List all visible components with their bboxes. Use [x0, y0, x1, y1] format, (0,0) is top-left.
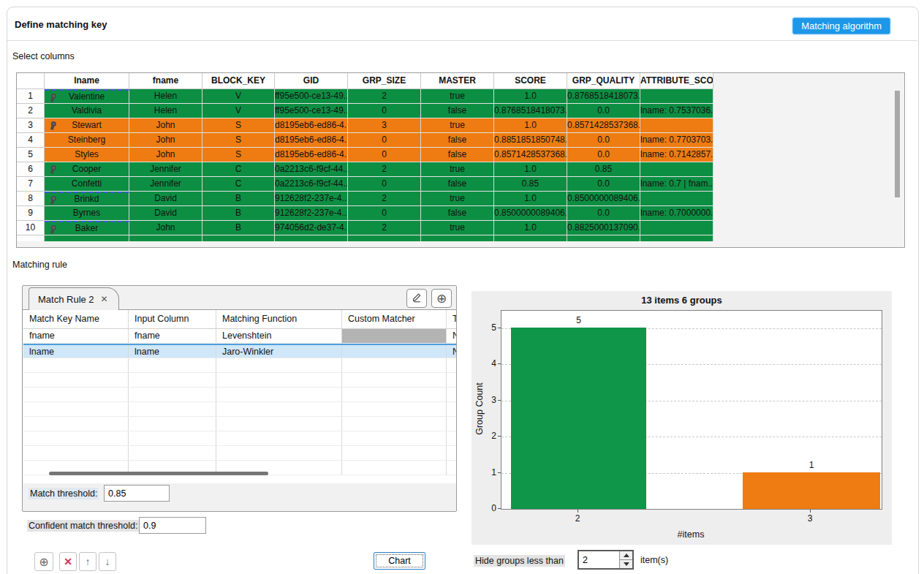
rule-cell-function: Levenshtein: [216, 329, 342, 343]
cell-fname: [129, 235, 202, 241]
rule-column-header-custom-matcher: Custom Matcher: [342, 310, 447, 328]
cell-score: 0.8571428537368...: [494, 148, 567, 162]
cell-master: false: [421, 206, 494, 221]
cell-gid: 0a2213c6-f9cf-44...: [275, 162, 348, 177]
table-row[interactable]: 9ByrnesDavidB912628f2-237e-4...0false0.8…: [17, 206, 904, 221]
column-header-score[interactable]: SCORE: [494, 73, 567, 89]
cell-attr: [640, 162, 713, 177]
chart-button[interactable]: Chart: [374, 552, 425, 570]
rule-cell-key: lname: [23, 345, 129, 358]
rule-cell-empty: [23, 431, 129, 445]
rule-cell-custom: [342, 329, 447, 343]
rule-cell-empty: [447, 358, 456, 372]
table-row[interactable]: 5StylesJohnSd8195eb6-ed86-4...0false0.85…: [17, 148, 904, 162]
column-header-fname[interactable]: fname: [129, 73, 202, 89]
rule-row[interactable]: lnamelnameJaro-WinklerN: [23, 344, 456, 358]
move-up-button[interactable]: ↑: [79, 552, 96, 571]
table-row[interactable]: 10BakerJohnB974056d2-de37-4...2true1.00.…: [17, 221, 904, 235]
rule-cell-empty: [342, 402, 447, 416]
match-threshold-input[interactable]: [104, 485, 170, 502]
spinner-up-button[interactable]: [620, 551, 632, 560]
cell-num: 7: [17, 177, 45, 192]
cell-lname: Stewart: [45, 118, 129, 133]
rule-cell-empty: [216, 446, 342, 460]
cell-fname: John: [129, 133, 202, 148]
cell-block_key: [202, 235, 275, 241]
cell-score: 0.8851851850748...: [494, 133, 567, 148]
cell-score: 1.0: [494, 89, 567, 104]
rule-cell-empty: [342, 446, 447, 460]
cell-grp_quality: 0.0: [567, 206, 640, 221]
cell-grp_quality: 0.8768518418073...: [567, 89, 640, 104]
columns-table-vertical-scrollbar[interactable]: [895, 91, 900, 197]
rule-table[interactable]: Match Key NameInput ColumnMatching Funct…: [23, 310, 456, 483]
triangle-down-icon: [624, 562, 629, 566]
tab-close-icon[interactable]: ✕: [101, 294, 108, 304]
rule-row[interactable]: fnamefnameLevenshteinN: [23, 329, 456, 344]
hide-groups-input[interactable]: [579, 551, 619, 568]
table-row[interactable]: 4SteinbergJohnSd8195eb6-ed86-4...0false0…: [17, 133, 904, 148]
table-row[interactable]: 2ValdiviaHelenVff95e500-ce13-49...0false…: [17, 104, 904, 118]
cell-grp_quality: 0.0: [567, 177, 640, 192]
rule-cell-empty: [447, 446, 456, 460]
cell-score: 1.0: [494, 162, 567, 177]
tab-label: Match Rule 2: [38, 294, 94, 305]
move-down-button[interactable]: ↓: [99, 552, 116, 571]
page-title: Define matching key: [15, 19, 107, 30]
column-header-row-number[interactable]: [17, 73, 45, 89]
edit-rule-button[interactable]: [406, 289, 427, 308]
select-columns-label: Select columns: [12, 51, 75, 61]
spinner-down-button[interactable]: [620, 560, 632, 568]
cell-lname: Valdivia: [45, 104, 129, 118]
add-rule-button[interactable]: ⊕: [431, 289, 452, 308]
column-header-attribute-scor-[interactable]: ATTRIBUTE_SCOR...: [640, 73, 713, 89]
cell-attr: lname: 0.7537036...: [640, 104, 713, 118]
hide-groups-spinner[interactable]: [578, 550, 634, 570]
column-header-grp-quality[interactable]: GRP_QUALITY: [567, 73, 640, 89]
cell-lname: Byrnes: [45, 206, 129, 221]
cell-attr: [640, 118, 713, 133]
cell-lname: Valentine: [45, 89, 129, 104]
chart-plot-area: 51: [501, 310, 882, 510]
scrollbar-thumb[interactable]: [49, 472, 268, 475]
cell-num: 9: [17, 206, 45, 221]
y-tick-label: 2: [479, 431, 496, 441]
hide-groups-items-label: item(s): [640, 555, 668, 565]
delete-match-key-button[interactable]: ✕: [59, 552, 77, 571]
column-header-grp-size[interactable]: GRP_SIZE: [348, 73, 421, 89]
column-header-master[interactable]: MASTER: [421, 73, 494, 89]
confident-match-threshold-label: Confident match threshold:: [27, 520, 139, 532]
column-header-block-key[interactable]: BLOCK_KEY: [202, 73, 275, 89]
rule-cell-empty: [129, 446, 216, 460]
rule-cell-empty: [23, 417, 129, 431]
cell-num: 6: [17, 162, 45, 177]
rule-cell-empty: [216, 373, 342, 387]
table-row[interactable]: 1ValentineHelenVff95e500-ce13-49...2true…: [17, 89, 904, 104]
cell-grp_quality: 0.8500000089406...: [567, 192, 640, 206]
rule-column-header-match-key-name: Match Key Name: [23, 310, 129, 328]
chart-x-axis-label: #items: [501, 529, 881, 540]
rule-table-horizontal-scrollbar[interactable]: [27, 470, 451, 477]
cell-block_key: B: [202, 221, 275, 235]
column-header-lname[interactable]: lname: [45, 73, 129, 89]
add-match-key-button[interactable]: ⊕: [34, 552, 53, 571]
tab-match-rule-2[interactable]: Match Rule 2 ✕: [29, 287, 119, 310]
table-row[interactable]: 3StewartJohnSd8195eb6-ed86-4...3true1.00…: [17, 118, 904, 133]
y-tick-mark: [498, 436, 501, 437]
rule-row-empty: [23, 402, 456, 417]
cell-grp_quality: 0.0: [567, 133, 640, 148]
cell-block_key: C: [202, 162, 275, 177]
table-row[interactable]: 8BrinkdDavidB912628f2-237e-4...2true1.00…: [17, 192, 904, 206]
cell-fname: Helen: [129, 89, 202, 104]
rule-cell-empty: [447, 417, 456, 431]
columns-table[interactable]: lnamefnameBLOCK_KEYGIDGRP_SIZEMASTERSCOR…: [16, 72, 905, 248]
column-header-gid[interactable]: GID: [275, 73, 348, 89]
group-chart-panel: 13 items 6 groups Group Count 51 012345 …: [472, 291, 892, 545]
cell-fname: John: [129, 118, 202, 133]
confident-match-threshold-input[interactable]: [139, 517, 206, 534]
matching-algorithm-button[interactable]: Matching algorithm: [792, 18, 890, 34]
table-row[interactable]: 6CooperJenniferC0a2213c6-f9cf-44...2true…: [17, 162, 904, 177]
rule-cell-empty: [447, 402, 456, 416]
pencil-icon: [412, 292, 423, 305]
table-row[interactable]: 7ConfettiJenniferC0a2213c6-f9cf-44...0fa…: [17, 177, 904, 192]
